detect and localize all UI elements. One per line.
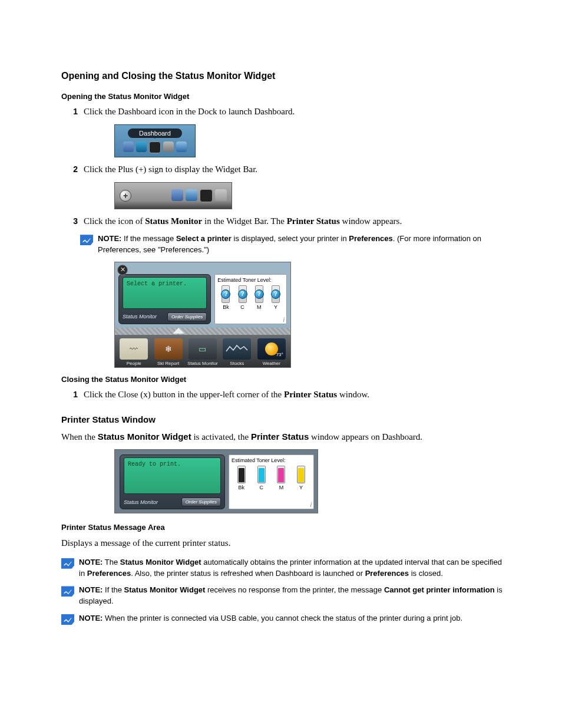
text-bold: Printer Status — [251, 431, 309, 442]
callout-arrow — [115, 328, 290, 335]
step-number: 1 — [61, 106, 84, 118]
text-bold: Status Monitor Widget — [124, 585, 206, 594]
toner-cartridge-icon — [277, 466, 285, 483]
subheading-opening: Opening the Status Monitor Widget — [61, 92, 504, 101]
text-bold: Preferences — [365, 569, 409, 578]
status-monitor-panel: Select a printer. Status Monitor Order S… — [118, 274, 211, 324]
text-bold: Printer Status — [284, 390, 337, 399]
text-run: . Also, the printer status is refreshed … — [131, 569, 365, 578]
toner-cartridge-icon — [297, 466, 305, 483]
info-icon[interactable]: i — [310, 502, 312, 508]
toner-cartridge-icon: ? — [222, 285, 230, 303]
text-run: window appears. — [340, 216, 402, 226]
step-text: Click the Dashboard icon in the Dock to … — [84, 106, 504, 118]
text-bold: Cannot get printer information — [384, 585, 495, 594]
widgetbar-safari-icon — [186, 189, 197, 201]
topic-heading: Printer Status Window — [61, 414, 504, 424]
toner-cartridge-icon: ? — [239, 285, 247, 303]
text-run: The — [103, 558, 120, 566]
ski-widget-icon[interactable]: ❄ — [154, 338, 183, 360]
text-run: If the — [103, 585, 124, 594]
weather-widget-icon[interactable]: 73° — [257, 338, 286, 360]
unknown-icon: ? — [238, 289, 247, 299]
widget-bar-dock: 〰People ❄Ski Report ▭Status Monitor Stoc… — [115, 335, 290, 367]
text-bold: Preferences — [87, 569, 131, 578]
figure-dock: Dashboard — [114, 124, 504, 157]
text-run: in the Widget Bar. The — [202, 216, 286, 226]
step-number: 3 — [61, 215, 84, 228]
note-label: NOTE: — [98, 234, 121, 243]
close-icon[interactable]: ✕ — [117, 265, 128, 275]
toner-panel: Estimated Toner Level: ?Bk ?C ?M ?Y i — [214, 274, 287, 324]
toner-panel: Estimated Toner Level: Bk C M Y i — [229, 454, 314, 509]
text-bold: Preferences — [349, 234, 392, 243]
note-icon — [61, 586, 74, 597]
note-icon — [61, 614, 74, 625]
toner-label: C — [240, 304, 244, 310]
order-supplies-button[interactable]: Order Supplies — [181, 498, 221, 506]
toner-cartridge-icon — [237, 466, 246, 483]
note-text: NOTE: If the Status Monitor Widget recei… — [79, 585, 504, 607]
text-run: is displayed, select your printer in — [232, 234, 349, 243]
text-bold: Select a printer — [176, 234, 232, 243]
status-monitor-widget-icon[interactable]: ▭ — [189, 338, 217, 360]
paragraph: Displays a message of the current printe… — [61, 536, 504, 550]
toner-label: Y — [274, 304, 277, 310]
text-run: is activated, the — [191, 432, 251, 442]
text-run: When the printer is connected via USB ca… — [103, 614, 462, 622]
widget-caption: Weather — [263, 361, 280, 366]
stocks-widget-icon[interactable] — [223, 338, 251, 360]
step-number: 2 — [61, 163, 84, 176]
toner-label: Bk — [239, 485, 245, 490]
note-text: NOTE: When the printer is connected via … — [79, 613, 462, 624]
people-widget-icon[interactable]: 〰 — [120, 338, 148, 360]
note-label: NOTE: — [79, 558, 103, 566]
unknown-icon: ? — [221, 289, 230, 299]
status-screen: Select a printer. — [123, 277, 207, 309]
order-supplies-button[interactable]: Order Supplies — [167, 312, 207, 321]
text-bold: Printer Status — [287, 216, 340, 226]
widget-caption: Ski Report — [157, 361, 179, 366]
note-text: NOTE: The Status Monitor Widget automati… — [79, 557, 504, 579]
step-number: 1 — [61, 388, 84, 401]
widget-caption: People — [127, 361, 141, 366]
note-icon — [80, 235, 93, 245]
note-text: NOTE: If the message Select a printer is… — [98, 233, 504, 256]
step-text: Click the Close (x) button in the upper-… — [84, 388, 504, 401]
note-label: NOTE: — [79, 585, 103, 594]
text-run: window appears on Dashboard. — [309, 432, 422, 442]
text-run: When the — [61, 432, 98, 442]
step-text: Click the icon of Status Monitor in the … — [84, 215, 504, 228]
toner-label: Bk — [223, 304, 229, 310]
info-icon[interactable]: i — [283, 317, 285, 323]
text-run: Click the icon of — [84, 216, 145, 226]
plus-icon[interactable]: + — [120, 190, 131, 202]
note-label: NOTE: — [79, 614, 103, 622]
text-bold: Status Monitor Widget — [120, 558, 201, 566]
text-run: is closed. — [409, 569, 443, 578]
text-run: window. — [337, 390, 369, 399]
panel-label: Status Monitor — [123, 314, 157, 319]
text-run: If the message — [121, 234, 176, 243]
toner-label: M — [257, 304, 262, 310]
temperature-label: 73° — [276, 352, 283, 357]
widget-caption: Status Monitor — [187, 361, 218, 366]
toner-title: Estimated Toner Level: — [232, 457, 311, 463]
subheading-closing: Closing the Status Monitor Widget — [61, 375, 504, 384]
finder-icon — [123, 141, 134, 152]
unknown-icon: ? — [271, 289, 280, 299]
safari-icon — [176, 141, 187, 152]
widgetbar-generic-icon — [215, 189, 227, 201]
unknown-icon: ? — [254, 289, 264, 299]
appstore-icon — [136, 141, 147, 152]
dashboard-icon[interactable] — [149, 141, 161, 153]
text-bold: Status Monitor — [145, 216, 202, 226]
text-bold: Status Monitor Widget — [98, 431, 191, 442]
tooltip-dashboard: Dashboard — [128, 129, 182, 138]
paragraph: When the Status Monitor Widget is activa… — [61, 430, 504, 444]
toner-title: Estimated Toner Level: — [217, 277, 284, 283]
toner-cartridge-icon: ? — [255, 285, 263, 303]
toner-label: Y — [299, 485, 303, 490]
toner-label: M — [279, 485, 284, 490]
toner-cartridge-icon: ? — [272, 285, 280, 303]
